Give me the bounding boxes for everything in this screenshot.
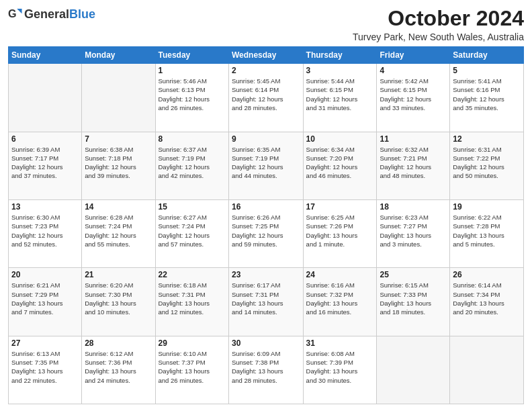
day-number: 30 (232, 338, 300, 348)
day-number: 1 (159, 66, 226, 75)
day-number: 4 (380, 66, 447, 75)
table-row: 24Sunrise: 6:16 AM Sunset: 7:32 PM Dayli… (303, 268, 377, 336)
day-info: Sunrise: 6:22 AM Sunset: 7:28 PM Dayligh… (453, 213, 521, 248)
table-row: 31Sunrise: 6:08 AM Sunset: 7:39 PM Dayli… (303, 336, 377, 404)
col-tuesday: Tuesday (155, 47, 228, 64)
day-info: Sunrise: 6:28 AM Sunset: 7:24 PM Dayligh… (85, 213, 152, 248)
day-info: Sunrise: 5:41 AM Sunset: 6:16 PM Dayligh… (453, 77, 521, 112)
table-row: 25Sunrise: 6:15 AM Sunset: 7:33 PM Dayli… (377, 268, 450, 336)
table-row: 12Sunrise: 6:31 AM Sunset: 7:22 PM Dayli… (450, 132, 524, 199)
day-info: Sunrise: 5:44 AM Sunset: 6:15 PM Dayligh… (306, 77, 374, 112)
table-row: 3Sunrise: 5:44 AM Sunset: 6:15 PM Daylig… (303, 64, 377, 132)
logo-blue-text: Blue (69, 7, 95, 21)
day-info: Sunrise: 6:20 AM Sunset: 7:30 PM Dayligh… (85, 281, 152, 316)
day-number: 20 (11, 270, 79, 279)
day-number: 25 (380, 270, 447, 279)
table-row (377, 336, 450, 404)
day-number: 12 (453, 134, 521, 144)
day-info: Sunrise: 6:16 AM Sunset: 7:32 PM Dayligh… (306, 281, 374, 316)
calendar-week-row: 6Sunrise: 6:39 AM Sunset: 7:17 PM Daylig… (9, 132, 524, 199)
table-row (82, 64, 155, 132)
day-info: Sunrise: 6:21 AM Sunset: 7:29 PM Dayligh… (11, 281, 79, 316)
day-number: 9 (232, 134, 300, 144)
day-number: 17 (306, 202, 374, 212)
day-number: 5 (453, 66, 521, 75)
day-number: 28 (85, 338, 152, 348)
table-row: 19Sunrise: 6:22 AM Sunset: 7:28 PM Dayli… (450, 199, 524, 267)
day-number: 6 (11, 134, 79, 144)
day-info: Sunrise: 6:39 AM Sunset: 7:17 PM Dayligh… (11, 145, 79, 181)
day-info: Sunrise: 5:45 AM Sunset: 6:14 PM Dayligh… (232, 77, 300, 112)
col-wednesday: Wednesday (228, 47, 303, 64)
table-row: 18Sunrise: 6:23 AM Sunset: 7:27 PM Dayli… (377, 199, 450, 267)
table-row (450, 336, 524, 404)
table-row: 10Sunrise: 6:34 AM Sunset: 7:20 PM Dayli… (303, 132, 377, 199)
table-row: 16Sunrise: 6:26 AM Sunset: 7:25 PM Dayli… (228, 199, 303, 267)
day-number: 23 (232, 270, 300, 279)
table-row (9, 64, 82, 132)
table-row: 22Sunrise: 6:18 AM Sunset: 7:31 PM Dayli… (155, 268, 228, 336)
col-sunday: Sunday (9, 47, 82, 64)
table-row: 11Sunrise: 6:32 AM Sunset: 7:21 PM Dayli… (377, 132, 450, 199)
day-info: Sunrise: 6:15 AM Sunset: 7:33 PM Dayligh… (380, 281, 447, 316)
col-thursday: Thursday (303, 47, 377, 64)
table-row: 21Sunrise: 6:20 AM Sunset: 7:30 PM Dayli… (82, 268, 155, 336)
day-info: Sunrise: 6:30 AM Sunset: 7:23 PM Dayligh… (11, 213, 79, 248)
day-info: Sunrise: 5:46 AM Sunset: 6:13 PM Dayligh… (159, 77, 226, 112)
day-info: Sunrise: 6:27 AM Sunset: 7:24 PM Dayligh… (159, 213, 226, 248)
day-number: 8 (159, 134, 226, 144)
day-info: Sunrise: 6:23 AM Sunset: 7:27 PM Dayligh… (380, 213, 447, 248)
location-title: Turvey Park, New South Wales, Australia (353, 32, 524, 42)
table-row: 30Sunrise: 6:09 AM Sunset: 7:38 PM Dayli… (228, 336, 303, 404)
table-row: 26Sunrise: 6:14 AM Sunset: 7:34 PM Dayli… (450, 268, 524, 336)
logo-icon: G (8, 7, 23, 21)
day-info: Sunrise: 6:08 AM Sunset: 7:39 PM Dayligh… (306, 349, 374, 385)
day-number: 14 (85, 202, 152, 212)
day-info: Sunrise: 6:09 AM Sunset: 7:38 PM Dayligh… (232, 349, 300, 385)
calendar-week-row: 20Sunrise: 6:21 AM Sunset: 7:29 PM Dayli… (9, 268, 524, 336)
day-number: 31 (306, 338, 374, 348)
calendar: Sunday Monday Tuesday Wednesday Thursday… (8, 46, 524, 404)
day-info: Sunrise: 6:34 AM Sunset: 7:20 PM Dayligh… (306, 145, 374, 181)
table-row: 1Sunrise: 5:46 AM Sunset: 6:13 PM Daylig… (155, 64, 228, 132)
day-number: 27 (11, 338, 79, 348)
table-row: 23Sunrise: 6:17 AM Sunset: 7:31 PM Dayli… (228, 268, 303, 336)
day-info: Sunrise: 6:13 AM Sunset: 7:35 PM Dayligh… (11, 349, 79, 385)
table-row: 6Sunrise: 6:39 AM Sunset: 7:17 PM Daylig… (9, 132, 82, 199)
svg-text:G: G (8, 7, 17, 19)
table-row: 8Sunrise: 6:37 AM Sunset: 7:19 PM Daylig… (155, 132, 228, 199)
table-row: 2Sunrise: 5:45 AM Sunset: 6:14 PM Daylig… (228, 64, 303, 132)
day-number: 24 (306, 270, 374, 279)
day-info: Sunrise: 6:32 AM Sunset: 7:21 PM Dayligh… (380, 145, 447, 181)
title-area: October 2024 Turvey Park, New South Wale… (353, 7, 524, 42)
table-row: 29Sunrise: 6:10 AM Sunset: 7:37 PM Dayli… (155, 336, 228, 404)
table-row: 13Sunrise: 6:30 AM Sunset: 7:23 PM Dayli… (9, 199, 82, 267)
day-number: 2 (232, 66, 300, 75)
logo-general-text: General (24, 7, 69, 21)
svg-marker-1 (17, 9, 21, 13)
table-row: 7Sunrise: 6:38 AM Sunset: 7:18 PM Daylig… (82, 132, 155, 199)
day-number: 26 (453, 270, 521, 279)
day-info: Sunrise: 6:10 AM Sunset: 7:37 PM Dayligh… (159, 349, 226, 385)
day-number: 16 (232, 202, 300, 212)
table-row: 5Sunrise: 5:41 AM Sunset: 6:16 PM Daylig… (450, 64, 524, 132)
day-number: 13 (11, 202, 79, 212)
day-number: 7 (85, 134, 152, 144)
day-info: Sunrise: 6:25 AM Sunset: 7:26 PM Dayligh… (306, 213, 374, 248)
table-row: 9Sunrise: 6:35 AM Sunset: 7:19 PM Daylig… (228, 132, 303, 199)
col-monday: Monday (82, 47, 155, 64)
day-number: 3 (306, 66, 374, 75)
calendar-week-row: 13Sunrise: 6:30 AM Sunset: 7:23 PM Dayli… (9, 199, 524, 267)
day-info: Sunrise: 6:18 AM Sunset: 7:31 PM Dayligh… (159, 281, 226, 316)
day-info: Sunrise: 6:12 AM Sunset: 7:36 PM Dayligh… (85, 349, 152, 385)
day-info: Sunrise: 6:37 AM Sunset: 7:19 PM Dayligh… (159, 145, 226, 181)
day-info: Sunrise: 5:42 AM Sunset: 6:15 PM Dayligh… (380, 77, 447, 112)
header: G GeneralBlue October 2024 Turvey Park, … (8, 7, 524, 42)
table-row: 17Sunrise: 6:25 AM Sunset: 7:26 PM Dayli… (303, 199, 377, 267)
table-row: 20Sunrise: 6:21 AM Sunset: 7:29 PM Dayli… (9, 268, 82, 336)
day-info: Sunrise: 6:14 AM Sunset: 7:34 PM Dayligh… (453, 281, 521, 316)
table-row: 4Sunrise: 5:42 AM Sunset: 6:15 PM Daylig… (377, 64, 450, 132)
col-friday: Friday (377, 47, 450, 64)
table-row: 14Sunrise: 6:28 AM Sunset: 7:24 PM Dayli… (82, 199, 155, 267)
logo-area: G GeneralBlue (8, 7, 95, 21)
